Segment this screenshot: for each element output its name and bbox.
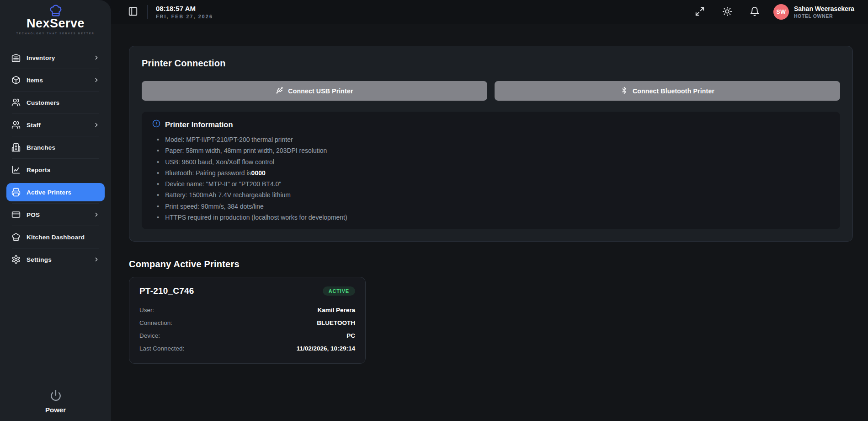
brand-name: NexServe xyxy=(0,16,111,31)
chart-icon xyxy=(11,165,21,174)
panel-left-icon xyxy=(128,6,138,18)
sidebar-item-customers[interactable]: Customers xyxy=(6,93,105,112)
chef-hat-icon xyxy=(11,232,21,242)
sidebar-toggle-button[interactable] xyxy=(127,5,139,19)
sidebar-item-staff[interactable]: Staff xyxy=(6,116,105,134)
chevron-right-icon xyxy=(93,54,100,61)
field-value: Kamil Perera xyxy=(317,307,355,313)
printer-info-bullet: Model: MPT-II/PT-210/PT-200 thermal prin… xyxy=(152,134,830,145)
printer-info-bullet: Paper: 58mm width, 48mm print width, 203… xyxy=(152,145,830,156)
active-printers-title: Company Active Printers xyxy=(129,259,853,270)
printer-icon xyxy=(11,188,21,197)
clock-time: 08:18:57 AM xyxy=(156,5,213,12)
field-value: 11/02/2026, 10:29:14 xyxy=(297,345,355,352)
printer-info-bullet: Bluetooth: Pairing password is 0000 xyxy=(152,167,830,178)
sidebar: NexServe TECHNOLOGY THAT SERVES BETTER I… xyxy=(0,0,111,421)
sidebar-menu: Inventory Items Customers Staff Branches… xyxy=(0,42,111,270)
clock: 08:18:57 AM FRI, FEB 27, 2026 xyxy=(156,5,213,19)
sidebar-item-label: POS xyxy=(27,211,93,218)
chevron-right-icon xyxy=(93,122,100,128)
users-icon xyxy=(11,120,21,130)
power-button[interactable]: Power xyxy=(0,389,111,414)
printer-info-bullet: USB: 9600 baud, Xon/Xoff flow control xyxy=(152,157,830,167)
sidebar-item-items[interactable]: Items xyxy=(6,71,105,89)
fullscreen-button[interactable] xyxy=(694,5,706,19)
warehouse-icon xyxy=(11,53,21,62)
bluetooth-icon xyxy=(620,86,628,96)
gear-icon xyxy=(11,255,21,264)
box-icon xyxy=(11,76,21,85)
connect-bluetooth-button[interactable]: Connect Bluetooth Printer xyxy=(495,81,840,101)
connect-buttons-row: Connect USB Printer Connect Bluetooth Pr… xyxy=(142,81,840,101)
menu-divider xyxy=(12,69,99,69)
menu-divider xyxy=(12,136,99,136)
printer-field-row: Device:PC xyxy=(139,329,355,342)
bell-icon xyxy=(750,6,760,18)
sidebar-item-label: Branches xyxy=(27,144,93,151)
printer-information-list: Model: MPT-II/PT-210/PT-200 thermal prin… xyxy=(152,134,830,223)
connect-usb-label: Connect USB Printer xyxy=(288,87,353,95)
printer-field-row: User:Kamil Perera xyxy=(139,303,355,316)
printer-information-panel: Printer Information Model: MPT-II/PT-210… xyxy=(142,112,840,229)
sidebar-item-label: Kitchen Dashboard xyxy=(27,234,93,241)
sidebar-item-label: Inventory xyxy=(27,54,93,61)
field-label: Device: xyxy=(139,332,160,339)
info-circle-icon xyxy=(152,119,160,130)
brand-tagline: TECHNOLOGY THAT SERVES BETTER xyxy=(0,32,111,35)
notifications-button[interactable] xyxy=(749,5,761,19)
user-info: Sahan Weerasekera HOTEL OWNER xyxy=(794,5,854,19)
right-column: 08:18:57 AM FRI, FEB 27, 2026 xyxy=(111,0,868,421)
printer-card: PT-210_C746 ACTIVE User:Kamil PereraConn… xyxy=(129,277,366,364)
sidebar-item-label: Staff xyxy=(27,122,93,129)
users-icon xyxy=(11,98,21,107)
topbar-divider xyxy=(147,5,148,19)
field-value: BLUETOOTH xyxy=(317,319,355,326)
connect-usb-button[interactable]: Connect USB Printer xyxy=(142,81,487,101)
field-value: PC xyxy=(346,332,355,339)
sidebar-item-label: Customers xyxy=(27,99,93,106)
field-label: User: xyxy=(139,307,154,313)
field-label: Last Connected: xyxy=(139,345,184,352)
printer-connection-title: Printer Connection xyxy=(142,58,840,69)
active-printers-row: PT-210_C746 ACTIVE User:Kamil PereraConn… xyxy=(129,277,853,364)
printer-field-row: Last Connected:11/02/2026, 10:29:14 xyxy=(139,342,355,355)
app-root: NexServe TECHNOLOGY THAT SERVES BETTER I… xyxy=(0,0,868,421)
sidebar-item-reports[interactable]: Reports xyxy=(6,161,105,179)
printer-info-bullet: Battery: 1500mAh 7.4V rechargeable lithi… xyxy=(152,189,830,200)
user-name: Sahan Weerasekera xyxy=(794,5,854,12)
printer-field-row: Connection:BLUETOOTH xyxy=(139,316,355,329)
avatar: SW xyxy=(773,4,789,20)
printer-info-bullet: Device name: "MTP-II" or "PT200 BT4.0" xyxy=(152,178,830,189)
power-icon xyxy=(50,395,62,403)
menu-divider xyxy=(12,158,99,159)
sidebar-item-kitchen-dashboard[interactable]: Kitchen Dashboard xyxy=(6,228,105,246)
main-content: Printer Connection Connect USB Printer xyxy=(111,24,868,421)
sidebar-item-label: Reports xyxy=(27,167,93,173)
sidebar-item-settings[interactable]: Settings xyxy=(6,250,105,269)
sun-icon xyxy=(722,6,732,18)
credit-card-icon xyxy=(11,210,21,219)
sidebar-item-inventory[interactable]: Inventory xyxy=(6,49,105,67)
sidebar-item-branches[interactable]: Branches xyxy=(6,138,105,157)
usb-icon xyxy=(276,86,283,96)
printer-information-header: Printer Information xyxy=(152,119,830,130)
chevron-right-icon xyxy=(93,256,100,263)
menu-divider xyxy=(12,226,99,226)
field-label: Connection: xyxy=(139,319,172,326)
sidebar-item-active-printers[interactable]: Active Printers xyxy=(6,183,105,201)
menu-divider xyxy=(12,91,99,92)
sidebar-item-pos[interactable]: POS xyxy=(6,205,105,224)
menu-divider xyxy=(12,248,99,248)
menu-divider xyxy=(12,113,99,114)
sidebar-item-label: Settings xyxy=(27,256,93,263)
menu-divider xyxy=(12,181,99,181)
printer-name: PT-210_C746 xyxy=(139,286,194,296)
printer-info-bullet: HTTPS required in production (localhost … xyxy=(152,212,830,223)
printer-connection-card: Printer Connection Connect USB Printer xyxy=(129,46,853,242)
user-menu[interactable]: SW Sahan Weerasekera HOTEL OWNER xyxy=(773,4,854,20)
status-badge: ACTIVE xyxy=(323,286,355,296)
connect-bluetooth-label: Connect Bluetooth Printer xyxy=(633,87,714,95)
theme-toggle-button[interactable] xyxy=(721,5,733,19)
user-role: HOTEL OWNER xyxy=(794,13,854,19)
topbar: 08:18:57 AM FRI, FEB 27, 2026 xyxy=(111,0,868,24)
